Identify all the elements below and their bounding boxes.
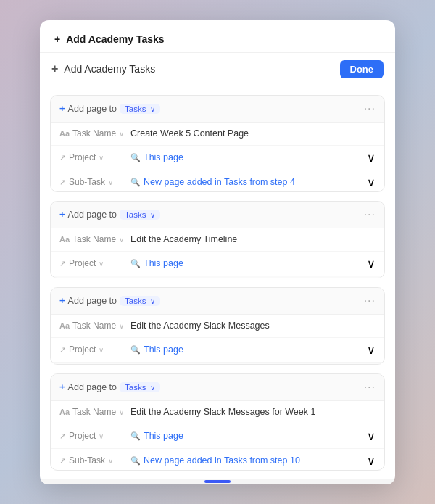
card-1-subtask-value: New page added in Tasks from step 4 [144,177,295,187]
card-1-task-name-value: Create Week 5 Content Page [130,128,376,139]
toolbar-plus-icon[interactable]: + [51,62,58,75]
card-1-tag-chevron: ∨ [150,105,155,113]
card-2-task-name-label: Aa Task Name ∨ [59,234,125,244]
card-1-header-label: + Add page to Tasks ∨ [59,103,360,114]
card-3-project-label: ↗ Project ∨ [59,344,125,355]
modal-header-plus-icon: + [54,33,60,45]
card-4-project-chevron-down[interactable]: ∨ [367,429,376,443]
toolbar-input[interactable] [64,63,334,75]
card-1-project-value: This page [144,152,183,162]
card-3-task-name-value: Edit the Academy Slack Messages [130,321,376,331]
card-4-project-value: This page [144,431,183,441]
card-4-project-label: ↗ Project ∨ [59,431,125,441]
card-3-project-chevron: ∨ [99,346,104,354]
project-chevron: ∨ [99,154,104,162]
subtask-search-icon: 🔍 [130,178,141,187]
card-4-project-arrow-icon: ↗ [59,431,66,441]
card-2-project-value-wrapper: 🔍 This page [130,258,183,268]
card-4-task-name-label: Aa Task Name ∨ [59,407,125,417]
card-4-aa-icon: Aa [59,408,70,416]
modal-header: + Add Academy Tasks [40,20,395,53]
card-3-task-name-text: Task Name [72,321,116,331]
card-3-project-arrow-icon: ↗ [59,345,66,355]
card-4: + Add page to Tasks ∨ ··· Aa Task Name ∨… [50,373,385,471]
card-2-plus-icon: + [59,209,65,220]
card-2-edit-property[interactable]: Edit another property ∨ [51,276,384,278]
card-4-project-text: Project [69,431,96,441]
subtask-text: Sub-Task [69,177,105,187]
card-4-tag-chevron: ∨ [150,384,155,392]
card-4-header-label: + Add page to Tasks ∨ [59,381,360,392]
card-1-project-chevron-down[interactable]: ∨ [367,151,376,165]
card-1-menu-icon[interactable]: ··· [364,102,376,115]
card-4-subtask-chevron: ∨ [108,457,113,465]
card-3-task-name-label: Aa Task Name ∨ [59,321,125,331]
card-3-header-label: + Add page to Tasks ∨ [59,295,360,306]
card-4-header: + Add page to Tasks ∨ ··· [51,374,384,401]
card-2-header-label: + Add page to Tasks ∨ [59,209,360,220]
card-3-target-tag[interactable]: Tasks ∨ [120,296,160,306]
card-1-subtask-label: ↗ Sub-Task ∨ [59,177,125,187]
card-4-subtask-value-wrapper: 🔍 New page added in Tasks from step 10 [130,455,300,466]
card-3-add-label: Add page to [68,296,117,306]
card-1-project-row: ↗ Project ∨ 🔍 This page ∨ [51,146,384,170]
card-1-task-name-row: Aa Task Name ∨ Create Week 5 Content Pag… [51,123,384,146]
task-name-chevron: ∨ [119,130,124,138]
card-3-project-chevron-down[interactable]: ∨ [367,343,376,357]
card-4-project-row: ↗ Project ∨ 🔍 This page ∨ [51,424,384,449]
project-text: Project [69,152,96,162]
modal-toolbar: + Done [40,53,395,86]
card-2-menu-icon[interactable]: ··· [364,208,376,221]
card-4-subtask-value: New page added in Tasks from step 10 [144,455,300,466]
card-2-add-label: Add page to [68,210,117,220]
card-3-task-name-chevron: ∨ [119,322,124,330]
card-4-project-value-wrapper: 🔍 This page [130,431,183,441]
card-4-subtask-row: ↗ Sub-Task ∨ 🔍 New page added in Tasks f… [51,449,384,471]
modal-title: Add Academy Tasks [66,33,164,45]
card-4-target-tag[interactable]: Tasks ∨ [120,382,160,392]
card-3-header: + Add page to Tasks ∨ ··· [51,288,384,315]
card-1-subtask-value-wrapper: 🔍 New page added in Tasks from step 4 [130,177,295,187]
card-1-target-tag[interactable]: Tasks ∨ [120,104,160,114]
subtask-arrow-icon: ↗ [59,178,66,187]
card-1-subtask-row: ↗ Sub-Task ∨ 🔍 New page added in Tasks f… [51,170,384,192]
card-2: + Add page to Tasks ∨ ··· Aa Task Name ∨… [50,201,385,278]
card-4-task-name-text: Task Name [72,407,116,417]
card-4-subtask-label: ↗ Sub-Task ∨ [59,455,125,466]
task-name-aa-icon: Aa [59,129,70,138]
card-2-project-search-icon: 🔍 [130,259,141,268]
card-3-menu-icon[interactable]: ··· [364,294,376,307]
modal-body: + Add page to Tasks ∨ ··· Aa Task Name ∨… [40,86,395,479]
card-2-header: + Add page to Tasks ∨ ··· [51,202,384,228]
card-1-task-name-label: Aa Task Name ∨ [59,128,125,139]
card-4-add-label: Add page to [68,382,117,392]
done-button[interactable]: Done [340,60,384,78]
card-3-aa-icon: Aa [59,321,70,330]
card-3-project-text: Project [69,344,96,355]
card-4-task-name-value: Edit the Academy Slack Messages for Week… [130,407,376,417]
card-2-task-name-row: Aa Task Name ∨ Edit the Academy Timeline [51,228,384,252]
card-3-edit-property[interactable]: Edit another property ∨ [51,363,384,365]
card-2-project-value: This page [144,258,183,268]
card-4-subtask-search-icon: 🔍 [130,456,141,466]
card-4-task-name-row: Aa Task Name ∨ Edit the Academy Slack Me… [51,401,384,424]
card-3-tag-chevron: ∨ [150,297,155,305]
card-2-project-arrow-icon: ↗ [59,259,66,268]
subtask-chevron: ∨ [108,178,113,186]
card-4-menu-icon[interactable]: ··· [364,381,376,394]
card-2-task-name-text: Task Name [72,234,116,244]
card-1-header: + Add page to Tasks ∨ ··· [51,96,384,123]
card-2-project-row: ↗ Project ∨ 🔍 This page ∨ [51,252,384,276]
card-2-project-text: Project [69,258,96,268]
card-2-task-name-chevron: ∨ [119,236,124,244]
card-2-project-chevron-down[interactable]: ∨ [367,257,376,270]
card-3-project-row: ↗ Project ∨ 🔍 This page ∨ [51,338,384,363]
card-4-project-chevron: ∨ [99,432,104,440]
card-3-project-value-wrapper: 🔍 This page [130,344,183,355]
card-4-project-search-icon: 🔍 [130,431,141,441]
card-4-task-name-chevron: ∨ [119,408,124,416]
card-1-subtask-chevron-down[interactable]: ∨ [367,175,376,189]
card-2-target-tag[interactable]: Tasks ∨ [120,210,160,220]
card-4-subtask-chevron-down[interactable]: ∨ [367,454,376,468]
modal-footer-bar [204,480,231,483]
